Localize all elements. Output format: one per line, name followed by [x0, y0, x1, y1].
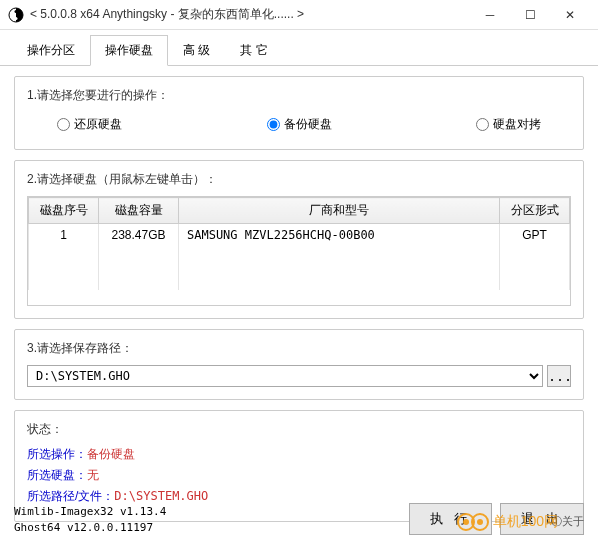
maximize-button[interactable]: ☐: [510, 1, 550, 29]
window-title: < 5.0.0.8 x64 Anythingsky - 复杂的东西简单化....…: [30, 6, 470, 23]
col-disknum: 磁盘序号: [29, 198, 99, 224]
tab-partition[interactable]: 操作分区: [12, 35, 90, 66]
radio-restore[interactable]: 还原硬盘: [57, 116, 122, 133]
radio-copy[interactable]: 硬盘对拷: [476, 116, 541, 133]
tab-bar: 操作分区 操作硬盘 高 级 其 它: [0, 34, 598, 66]
titlebar: < 5.0.0.8 x64 Anythingsky - 复杂的东西简单化....…: [0, 0, 598, 30]
col-ptype: 分区形式: [500, 198, 570, 224]
close-button[interactable]: ✕: [550, 1, 590, 29]
status-label: 状态：: [27, 421, 571, 438]
execute-button[interactable]: 执 行: [409, 503, 493, 535]
radio-backup[interactable]: 备份硬盘: [267, 116, 332, 133]
disk-select-label: 2.请选择硬盘（用鼠标左键单击）：: [27, 171, 571, 188]
minimize-button[interactable]: ─: [470, 1, 510, 29]
path-group: 3.请选择保存路径： D:\SYSTEM.GHO ...: [14, 329, 584, 400]
browse-button[interactable]: ...: [547, 365, 571, 387]
tab-disk[interactable]: 操作硬盘: [90, 35, 168, 66]
tab-other[interactable]: 其 它: [225, 35, 282, 66]
status-disk: 所选硬盘：无: [27, 467, 571, 484]
col-vendor: 厂商和型号: [179, 198, 500, 224]
col-capacity: 磁盘容量: [99, 198, 179, 224]
version-info: Wimlib-Imagex32 v1.13.4 Ghost64 v12.0.0.…: [14, 504, 166, 535]
operation-group: 1.请选择您要进行的操作： 还原硬盘 备份硬盘 硬盘对拷: [14, 76, 584, 150]
svg-point-1: [15, 10, 18, 13]
table-row[interactable]: 1 238.47GB SAMSUNG MZVL2256HCHQ-00B00 GP…: [29, 224, 570, 247]
operation-label: 1.请选择您要进行的操作：: [27, 87, 571, 104]
disk-table: 磁盘序号 磁盘容量 厂商和型号 分区形式 1 238.47GB SAMSUNG …: [28, 197, 570, 290]
path-select[interactable]: D:\SYSTEM.GHO: [27, 365, 543, 387]
disk-select-group: 2.请选择硬盘（用鼠标左键单击）： 磁盘序号 磁盘容量 厂商和型号 分区形式 1…: [14, 160, 584, 319]
path-label: 3.请选择保存路径：: [27, 340, 571, 357]
svg-point-2: [15, 17, 18, 20]
app-icon: [8, 7, 24, 23]
tab-advanced[interactable]: 高 级: [168, 35, 225, 66]
status-operation: 所选操作：备份硬盘: [27, 446, 571, 463]
about-link[interactable]: ①关于: [551, 514, 584, 529]
